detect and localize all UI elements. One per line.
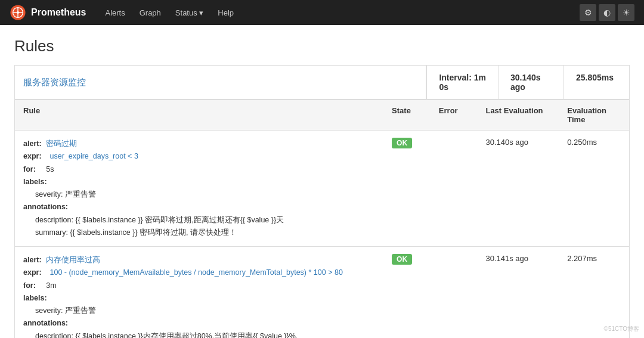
brand: Prometheus: [10, 4, 86, 21]
svg-point-4: [17, 11, 19, 14]
th-rule: Rule: [15, 100, 384, 131]
nav-item-help[interactable]: Help: [210, 0, 241, 25]
settings-icon[interactable]: ⚙: [580, 4, 596, 21]
th-last-evaluation: Last Evaluation: [477, 100, 559, 131]
evaluation-time-cell: 0.250ms: [559, 131, 629, 247]
rule-cell: alert: 内存使用率过高expr: 100 - (node_memory_M…: [15, 247, 384, 339]
theme-icon[interactable]: ◐: [599, 4, 615, 21]
nav-link-alerts[interactable]: Alerts: [98, 0, 132, 25]
prometheus-logo: [10, 4, 26, 21]
state-cell: OK: [383, 131, 431, 247]
nav-item-graph[interactable]: Graph: [132, 0, 168, 25]
rule-group-meta: Interval: 1m 0s 30.140s ago 25.805ms: [426, 66, 629, 99]
nav-link-graph[interactable]: Graph: [132, 0, 168, 25]
rule-group-interval: Interval: 1m 0s: [426, 66, 498, 99]
last-evaluation-cell: 30.140s ago: [477, 131, 559, 247]
rule-group-header: 服务器资源监控 Interval: 1m 0s 30.140s ago 25.8…: [14, 65, 630, 100]
nav-link-help[interactable]: Help: [210, 0, 241, 25]
alert-name-link[interactable]: 密码过期: [46, 139, 77, 148]
last-evaluation-cell: 30.141s ago: [477, 247, 559, 339]
th-error: Error: [431, 100, 478, 131]
rule-group-eval-time: 25.805ms: [564, 66, 629, 99]
page-content: Rules 服务器资源监控 Interval: 1m 0s 30.140s ag…: [0, 25, 644, 338]
rule-group-link[interactable]: 服务器资源监控: [23, 77, 86, 87]
rule-group-name: 服务器资源监控: [15, 70, 426, 95]
nav-item-alerts[interactable]: Alerts: [98, 0, 132, 25]
state-cell: OK: [383, 247, 431, 339]
rules-table: Rule State Error Last Evaluation Evaluat…: [14, 100, 630, 338]
rule-group-last-eval: 30.140s ago: [498, 66, 564, 99]
expr-link[interactable]: user_expire_days_root < 3: [49, 152, 138, 160]
alert-name-link[interactable]: 内存使用率过高: [46, 256, 100, 264]
nav-link-status[interactable]: Status ▾: [168, 0, 210, 25]
navbar: Prometheus Alerts Graph Status ▾ Help ⚙ …: [0, 0, 644, 25]
th-state: State: [383, 100, 431, 131]
expr-link[interactable]: 100 - (node_memory_MemAvailable_bytes / …: [49, 268, 342, 277]
error-cell: [431, 247, 478, 339]
status-badge: OK: [392, 254, 412, 265]
error-cell: [431, 131, 478, 247]
watermark: ©51CTO博客: [604, 325, 639, 333]
nav-item-status[interactable]: Status ▾: [168, 0, 210, 25]
evaluation-time-cell: 2.207ms: [559, 247, 629, 339]
nav-menu: Alerts Graph Status ▾ Help: [98, 0, 580, 25]
brightness-icon[interactable]: ☀: [618, 4, 634, 21]
table-row: alert: 密码过期expr: user_expire_days_root <…: [15, 131, 630, 247]
rule-cell: alert: 密码过期expr: user_expire_days_root <…: [15, 131, 384, 247]
brand-name: Prometheus: [31, 7, 86, 18]
th-evaluation-time: Evaluation Time: [559, 100, 629, 131]
table-header-row: Rule State Error Last Evaluation Evaluat…: [15, 100, 630, 131]
table-row: alert: 内存使用率过高expr: 100 - (node_memory_M…: [15, 247, 630, 339]
page-title: Rules: [14, 37, 630, 55]
status-badge: OK: [392, 138, 412, 148]
navbar-icons: ⚙ ◐ ☀: [580, 4, 634, 21]
